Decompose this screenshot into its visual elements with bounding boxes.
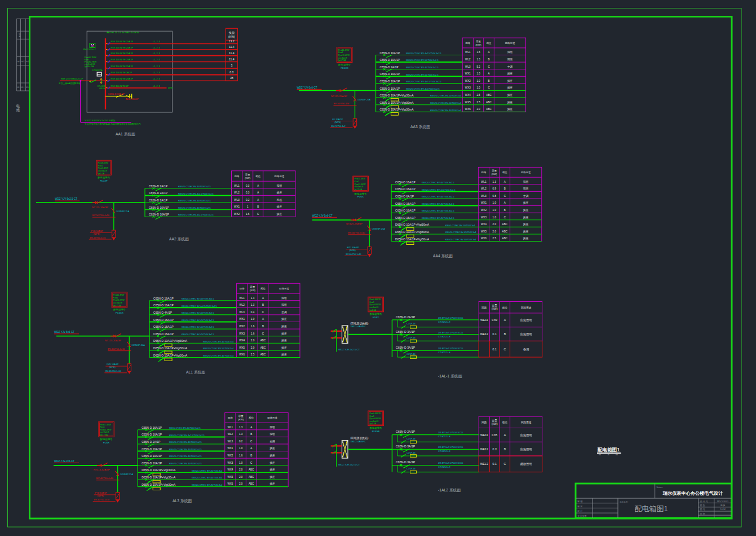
svg-text:BV-25/750-1x10: BV-25/750-1x10 [90, 237, 105, 239]
svg-text:WDZ-YJV-5x6-CT: WDZ-YJV-5x6-CT [54, 331, 74, 333]
svg-text:0.3: 0.3 [493, 447, 497, 451]
svg-text:ZR-BV-3x2.5/750V-SC15: ZR-BV-3x2.5/750V-SC15 [438, 462, 463, 464]
svg-text:(KW): (KW) [476, 43, 482, 46]
svg-text:KBG20-CT/IEC BV-50/750V-3x4: KBG20-CT/IEC BV-50/750V-3x4 [430, 102, 461, 104]
svg-text:WL3: WL3 [228, 440, 233, 443]
svg-text:电施: 电施 [720, 504, 726, 507]
svg-text:KBG20-CT/IEC BV-45/750V-3x2.5: KBG20-CT/IEC BV-45/750V-3x2.5 [182, 333, 214, 336]
svg-text:KBG20-CT/IEC BV-4x2.5/750V-3x2: KBG20-CT/IEC BV-4x2.5/750V-3x2.5 [182, 305, 217, 307]
svg-text:Kx=1: Kx=1 [369, 415, 374, 418]
svg-text:KBG20-CT/IEC BV-4x2.5/750V-3x2: KBG20-CT/IEC BV-4x2.5/750V-3x2.5 [169, 434, 205, 437]
svg-text:BV-40/750-4x10: BV-40/750-4x10 [96, 477, 114, 480]
svg-text:KBG25-CT/IEC BV-40/750V-3x2.5: KBG25-CT/IEC BV-40/750V-3x2.5 [169, 463, 202, 465]
svg-text:CT-E252-LE: CT-E252-LE [438, 465, 450, 468]
svg-text:D65N-D 10A/1P+Vigi30mA: D65N-D 10A/1P+Vigi30mA [153, 354, 188, 357]
svg-text:WE12: WE12 [480, 332, 488, 336]
svg-text:KBG20-CT/IEC BV-40/750V-3x4: KBG20-CT/IEC BV-40/750V-3x4 [203, 341, 233, 343]
svg-text:WDZ-YJV-5x2.5-CT: WDZ-YJV-5x2.5-CT [55, 197, 77, 200]
svg-text:cosΦ=0.8: cosΦ=0.8 [369, 420, 378, 423]
svg-text:(KW): (KW) [238, 418, 244, 421]
svg-text:cosΦ=0.8: cosΦ=0.8 [338, 57, 347, 59]
svg-text:CJ/1P-16: CJ/1P-16 [406, 323, 415, 325]
svg-text:FD8XF: FD8XF [372, 430, 380, 433]
svg-text:C65N-D 2A/1P: C65N-D 2A/1P [149, 191, 168, 195]
svg-text:ZR-BV-3x2.5/750V-SC15: ZR-BV-3x2.5/750V-SC15 [438, 347, 463, 350]
svg-text:应急照明: 应急照明 [520, 447, 532, 451]
svg-text:C65N-D 16A/1P: C65N-D 16A/1P [142, 462, 162, 465]
svg-text:2.0: 2.0 [251, 339, 255, 342]
svg-text:CT-E252-LE: CT-E252-LE [438, 435, 450, 438]
svg-text:回路: 回路 [240, 287, 245, 290]
svg-text:(KW): (KW) [250, 289, 256, 292]
svg-text:L1, 2, 3: L1, 2, 3 [153, 58, 160, 61]
svg-text:C65N-D 16A/1P: C65N-D 16A/1P [142, 426, 162, 429]
svg-text:Pjs=0.88KW: Pjs=0.88KW [369, 304, 381, 306]
svg-text:Pe=0.88KW: Pe=0.88KW [369, 412, 381, 415]
svg-text:B: B [504, 332, 506, 336]
svg-text:WX5: WX5 [465, 101, 471, 104]
svg-text:WX5: WX5 [239, 346, 245, 349]
svg-text:C65N-D 16A/1P: C65N-D 16A/1P [153, 332, 174, 336]
svg-text:回路用途: 回路用途 [267, 416, 277, 419]
svg-text:0.3: 0.3 [246, 184, 250, 187]
svg-text:WX6: WX6 [481, 237, 487, 240]
svg-text:WX4: WX4 [465, 94, 471, 96]
svg-text:WL3: WL3 [465, 65, 471, 68]
svg-text:1.0: 1.0 [493, 216, 497, 219]
svg-text:MDC03001: MDC03001 [717, 500, 729, 503]
svg-text:相位: 相位 [487, 42, 492, 45]
svg-text:WDZ-YJE-5x2.5-CT: WDZ-YJE-5x2.5-CT [338, 348, 360, 351]
svg-text:KBG25-CT/IEC BV-40/750V-3x2.5: KBG25-CT/IEC BV-40/750V-3x2.5 [422, 196, 454, 198]
svg-text:NT125-16A/3P: NT125-16A/3P [92, 206, 108, 209]
svg-text:备用: 备用 [523, 348, 529, 352]
svg-text:0.9: 0.9 [493, 187, 497, 190]
svg-text:WL2: WL2 [239, 304, 245, 306]
svg-text:BV-50/750-4x10: BV-50/750-4x10 [92, 214, 110, 217]
svg-text:1.3: 1.3 [239, 433, 243, 436]
svg-text:配电箱图1: 配电箱图1 [598, 447, 620, 452]
svg-text:C65N-D 6A/1P: C65N-D 6A/1P [395, 195, 414, 198]
svg-text:KBG20-CT/IEC BV-45/750V-3x4: KBG20-CT/IEC BV-45/750V-3x4 [192, 470, 222, 472]
svg-text:cosΦ=0.8: cosΦ=0.8 [354, 186, 363, 188]
svg-text:L1, 2, 3: L1, 2, 3 [153, 71, 160, 74]
svg-text:Pjs=0.88KW: Pjs=0.88KW [369, 418, 381, 420]
svg-text:0.1: 0.1 [493, 462, 497, 465]
svg-text:WDZ-YJE-5x2.5-CT: WDZ-YJE-5x2.5-CT [338, 463, 360, 466]
svg-text:C65N-D 10A/1P: C65N-D 10A/1P [380, 72, 401, 76]
svg-text:KBG20-CT/IEC BV-45/750V-3x2.5: KBG20-CT/IEC BV-45/750V-3x2.5 [422, 217, 454, 219]
svg-text:B: B [488, 58, 490, 61]
svg-text:0.4: 0.4 [251, 311, 255, 314]
svg-text:空调: 空调 [270, 440, 276, 443]
svg-text:审 定: 审 定 [577, 505, 583, 508]
svg-text:C65N-D 16A/1P: C65N-D 16A/1P [153, 318, 174, 322]
svg-text:KBG20-CT/IEC BV-45/750V-3x4: KBG20-CT/IEC BV-45/750V-3x4 [192, 484, 222, 486]
svg-text:WE11: WE11 [480, 433, 488, 437]
svg-text:L1, 2, 3: L1, 2, 3 [153, 77, 160, 80]
svg-text:KBG20-CT/IEC BV-4x2.5/750V-3x2: KBG20-CT/IEC BV-4x2.5/750V-3x2.5 [406, 52, 441, 55]
svg-text:XSD2-4A/3PC: XSD2-4A/3PC [350, 325, 365, 328]
svg-text:WX4: WX4 [481, 223, 487, 226]
svg-text:引自变电所低压配电柜AA1,电缆沿桥架敷设至本层配电间内: 引自变电所低压配电柜AA1,电缆沿桥架敷设至本层配电间内 [85, 122, 141, 125]
svg-text:CT-E252-LE: CT-E252-LE [438, 320, 450, 323]
svg-text:B: B [262, 325, 264, 328]
svg-text:FD4XX: FD4XX [116, 311, 123, 314]
svg-text:CJ/1P-16: CJ/1P-16 [406, 452, 415, 454]
svg-text:Ij=144.2A: Ij=144.2A [85, 65, 94, 68]
svg-text:D65N-D 10A/1P+Vigi30mA: D65N-D 10A/1P+Vigi30mA [142, 468, 176, 472]
svg-text:NSX 250 S M50-25 4P: NSX 250 S M50-25 4P [61, 77, 83, 80]
svg-text:WX4: WX4 [227, 468, 233, 471]
svg-text:BV-25/750-1x2: BV-25/750-1x2 [331, 125, 346, 128]
svg-text:2.5: 2.5 [476, 94, 480, 96]
svg-text:WL1: WL1 [465, 51, 471, 54]
svg-text:容量: 容量 [250, 285, 255, 288]
svg-text:WX3: WX3 [465, 86, 471, 89]
svg-text:C65N-D 10A/1P: C65N-D 10A/1P [380, 87, 401, 90]
svg-text:AA4 系统图: AA4 系统图 [433, 254, 453, 258]
svg-text:C65N/4P-25A: C65N/4P-25A [372, 228, 385, 230]
svg-text:Ij=17.3A: Ij=17.3A [100, 434, 108, 436]
svg-text:WL1: WL1 [239, 297, 245, 300]
svg-text:C65N-D 10A/1P: C65N-D 10A/1P [149, 213, 170, 216]
svg-text:C65N-D 10A/1P: C65N-D 10A/1P [149, 206, 170, 209]
svg-text:(KW): (KW) [492, 173, 498, 175]
svg-text:Ij=1.3A: Ij=1.3A [369, 423, 376, 425]
